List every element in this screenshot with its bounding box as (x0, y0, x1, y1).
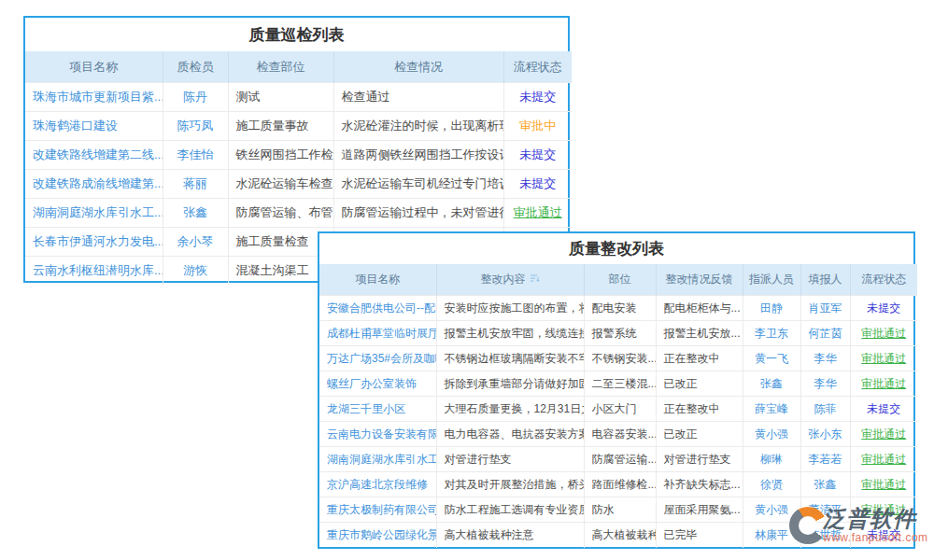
cell-project[interactable]: 云南电力设备安装有限公司20... (319, 422, 436, 447)
cell-part: 防腐管运输、布管 (228, 199, 333, 228)
cell-content: 对其及时开展整治措施，桥头... (436, 472, 584, 497)
table-row: 成都杜甫草堂临时展厅独立展...报警主机安放牢固，线缆连接...报警系统报警主机… (319, 321, 917, 346)
cell-project[interactable]: 京沪高速北京段维修 (319, 472, 436, 497)
cell-project[interactable]: 云南水利枢纽潜明水库... (25, 257, 163, 286)
cell-assignee[interactable]: 黄小强 (743, 422, 800, 447)
cell-status[interactable]: 未提交 (503, 141, 572, 170)
cell-project[interactable]: 成都杜甫草堂临时展厅独立展... (319, 321, 436, 346)
table-row: 湖南洞庭湖水库引水工程施工标对管进行垫支防腐管运输...对管进行垫支柳琳李若若审… (319, 447, 917, 472)
cell-feedback: 正在整改中 (656, 346, 743, 371)
cell-inspector[interactable]: 陈巧凤 (163, 112, 228, 141)
column-header-project: 项目名称 (25, 51, 163, 83)
table-row: 改建铁路线增建第二线...李佳怡铁丝网围挡工作检查道路两侧铁丝网围挡工作按设计.… (25, 141, 572, 170)
cell-status[interactable]: 未提交 (850, 296, 917, 321)
cell-part: 水泥砼运输车检查 (228, 170, 333, 199)
cell-status[interactable]: 审批通过 (850, 321, 917, 346)
column-header-label: 检查部位 (257, 60, 305, 74)
cell-project[interactable]: 安徽合肥供电公司--配电设备... (319, 296, 436, 321)
cell-assignee[interactable]: 徐贤 (743, 472, 800, 497)
cell-feedback: 正在整改中 (656, 397, 743, 422)
rectification-table-title: 质量整改列表 (319, 233, 913, 264)
table-row: 京沪高速北京段维修对其及时开展整治措施，桥头...路面维修检...补齐缺失标志.… (319, 472, 917, 497)
cell-content: 拆除到承重墙部分请做好加固... (436, 371, 584, 397)
cell-content: 对管进行垫支 (436, 447, 584, 472)
cell-part: 测试 (228, 83, 333, 112)
column-header-reporter: 填报人 (800, 264, 850, 296)
column-header-part: 检查部位 (228, 51, 333, 83)
cell-feedback: 补齐缺失标志... (656, 472, 743, 497)
column-header-label: 流程状态 (514, 60, 562, 74)
cell-reporter[interactable]: 李华 (800, 346, 850, 371)
cell-reporter[interactable]: 李若若 (800, 447, 850, 472)
column-header-assignee: 指派人员 (743, 264, 800, 296)
column-header-label: 部位 (609, 273, 631, 286)
cell-status[interactable]: 审批通过 (503, 199, 572, 228)
cell-reporter[interactable]: 肖亚军 (800, 296, 850, 321)
cell-project[interactable]: 龙湖三千里小区 (319, 397, 436, 422)
cell-reporter[interactable]: 何芷茵 (800, 321, 850, 346)
column-header-label: 整改内容 (481, 273, 526, 286)
cell-project[interactable]: 改建铁路成渝线增建第... (25, 170, 163, 199)
cell-project[interactable]: 螺丝厂办公室装饰 (319, 371, 436, 397)
cell-reporter[interactable]: 陈菲 (800, 397, 850, 422)
cell-status[interactable]: 审批通过 (850, 346, 917, 371)
cell-inspector[interactable]: 余小琴 (163, 228, 228, 257)
cell-assignee[interactable]: 张鑫 (743, 371, 800, 397)
cell-inspector[interactable]: 蒋丽 (163, 170, 228, 199)
cell-part: 电容器安装... (584, 422, 656, 447)
column-header-label: 整改情况反馈 (666, 273, 733, 286)
cell-assignee[interactable]: 薛宝峰 (743, 397, 800, 422)
cell-project[interactable]: 珠海鹤港口建设 (25, 112, 163, 141)
cell-inspector[interactable]: 游恢 (163, 257, 228, 286)
cell-status[interactable]: 审批通过 (850, 422, 917, 447)
column-header-label: 项目名称 (355, 273, 400, 286)
table-row: 龙湖三千里小区大理石质量更换，12月31日之...小区大门正在整改中薛宝峰陈菲未… (319, 397, 917, 422)
fanpu-logo-icon (789, 507, 827, 544)
column-header-content[interactable]: 整改内容 (436, 264, 584, 296)
cell-part: 施工质量事故 (228, 112, 333, 141)
cell-project[interactable]: 珠海市城市更新项目紫... (25, 83, 163, 112)
cell-feedback: 报警主机安放... (656, 321, 743, 346)
cell-part: 二至三楼混... (584, 371, 656, 397)
cell-status[interactable]: 未提交 (503, 170, 572, 199)
cell-status[interactable]: 未提交 (850, 397, 917, 422)
cell-project[interactable]: 长春市伊通河水力发电... (25, 228, 163, 257)
cell-status[interactable]: 审批通过 (850, 472, 917, 497)
cell-status[interactable]: 审批通过 (850, 371, 917, 397)
cell-project[interactable]: 湖南洞庭湖水库引水工... (25, 199, 163, 228)
cell-assignee[interactable]: 李卫东 (743, 321, 800, 346)
cell-assignee[interactable]: 柳琳 (743, 447, 800, 472)
column-header-label: 项目名称 (69, 60, 118, 74)
cell-project[interactable]: 重庆市鹅岭公园绿化景观提升... (319, 523, 436, 548)
sort-icon[interactable] (530, 273, 540, 287)
cell-part: 防腐管运输... (584, 447, 656, 472)
column-header-label: 检查情况 (394, 60, 443, 74)
cell-reporter[interactable]: 张小东 (800, 422, 850, 447)
cell-assignee[interactable]: 田静 (743, 296, 800, 321)
cell-part: 防水 (584, 497, 656, 523)
watermark-brand: 泛普软件 (823, 507, 928, 530)
cell-reporter[interactable]: 李华 (800, 371, 850, 397)
table-row: 云南电力设备安装有限公司20...电力电容器、电抗器安装方案,...电容器安装.… (319, 422, 917, 447)
cell-result: 水泥砼运输车司机经过专门培训... (333, 170, 503, 199)
cell-part: 配电安装 (584, 296, 656, 321)
header-row: 项目名称整改内容部位整改情况反馈指派人员填报人流程状态 (319, 264, 917, 296)
cell-status[interactable]: 未提交 (503, 83, 572, 112)
cell-inspector[interactable]: 李佳怡 (163, 141, 228, 170)
cell-project[interactable]: 万达广场35#会所及咖啡厅空... (319, 346, 436, 371)
column-header-status: 流程状态 (503, 51, 572, 83)
cell-assignee[interactable]: 黄一飞 (743, 346, 800, 371)
cell-feedback: 已改正 (656, 422, 743, 447)
cell-project[interactable]: 改建铁路线增建第二线... (25, 141, 163, 170)
cell-content: 高大植被栽种注意 (436, 523, 584, 548)
cell-reporter[interactable]: 张鑫 (800, 472, 850, 497)
cell-status[interactable]: 审批通过 (850, 447, 917, 472)
cell-inspector[interactable]: 陈丹 (163, 83, 228, 112)
cell-status[interactable]: 审批中 (503, 112, 572, 141)
column-header-label: 流程状态 (861, 273, 906, 286)
cell-content: 大理石质量更换，12月31日之... (436, 397, 584, 422)
cell-project[interactable]: 重庆太极制药有限公司亳州中... (319, 497, 436, 523)
cell-project[interactable]: 湖南洞庭湖水库引水工程施工标 (319, 447, 436, 472)
cell-inspector[interactable]: 张鑫 (163, 199, 228, 228)
column-header-inspector: 质检员 (163, 51, 228, 83)
